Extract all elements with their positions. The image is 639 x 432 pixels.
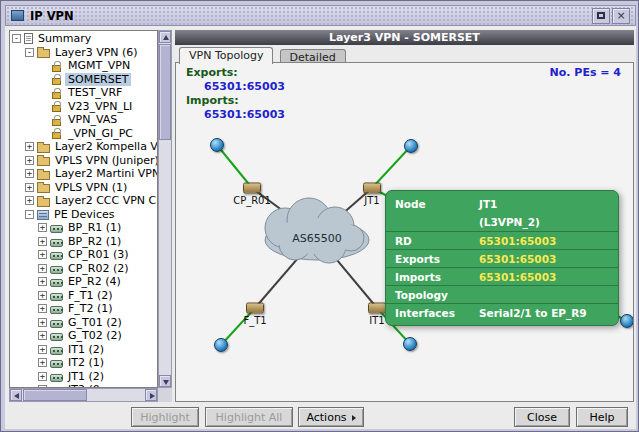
window-icon (11, 10, 24, 21)
expand-handle-icon[interactable]: + (38, 250, 47, 259)
tree-item-label: G_T02 (2) (65, 329, 125, 342)
expand-handle-icon[interactable]: + (38, 304, 47, 313)
vpn-tree: -Summary-Layer3 VPN (6)MGMT_VPNSOMERSETT… (9, 30, 158, 388)
expand-handle-icon[interactable]: + (25, 156, 34, 165)
expand-handle-icon[interactable]: + (25, 183, 34, 192)
tree-item-test-vrf[interactable]: TEST_VRF (10, 86, 157, 100)
ce-node[interactable] (620, 314, 634, 328)
expand-handle-icon[interactable]: + (25, 169, 34, 178)
scroll-right-button[interactable] (145, 389, 157, 401)
tree-item-vpls-vpn-juniper[interactable]: +VPLS VPN (Juniper) ( (10, 154, 157, 168)
tree-item-cp-r01-3[interactable]: +CP_R01 (3) (10, 248, 157, 262)
tree-item-vpls-vpn-1[interactable]: +VPLS VPN (1) (10, 181, 157, 195)
tree-item-g-t01-2[interactable]: +G_T01 (2) (10, 316, 157, 330)
router-icon (50, 360, 63, 368)
tree-item-layer2-ccc-vpn-cin[interactable]: +Layer2 CCC VPN Cin (10, 194, 157, 208)
pe-node-cp-r01[interactable] (243, 183, 261, 194)
tooltip-field-value: 65301:65003 (479, 253, 556, 265)
tree-item-vpn-gi-pc[interactable]: _VPN_GI_PC (10, 127, 157, 141)
expand-handle-icon[interactable]: + (38, 318, 47, 327)
ce-node[interactable] (404, 139, 418, 153)
tab-vpn-topology[interactable]: VPN Topology (179, 47, 273, 64)
tooltip-row-topology: Topology (386, 285, 618, 303)
tree-item-bp-r2-1[interactable]: +BP_R2 (1) (10, 235, 157, 249)
lock-icon (52, 105, 61, 112)
tree-item-ep-r2-4[interactable]: +EP_R2 (4) (10, 275, 157, 289)
folder-icon (37, 157, 50, 166)
vertical-scroll-thumb[interactable] (159, 44, 171, 140)
expand-handle-icon[interactable]: + (38, 277, 47, 286)
tree-item-label: SOMERSET (65, 73, 131, 86)
expand-handle-icon[interactable]: + (25, 142, 34, 151)
tooltip-field-label: RD (395, 235, 479, 247)
tree-item-label: VPLS VPN (1) (52, 181, 130, 194)
tree-item-bp-r1-1[interactable]: +BP_R1 (1) (10, 221, 157, 235)
tree-item-f-t1-2[interactable]: +F_T1 (2) (10, 289, 157, 303)
horizontal-scroll-thumb[interactable] (23, 389, 87, 401)
expand-handle-icon[interactable]: + (38, 237, 47, 246)
highlight-button[interactable]: Highlight (131, 407, 199, 427)
tree-item-layer2-kompella-vpn[interactable]: +Layer2 Kompella VPN (10, 140, 157, 154)
actions-button[interactable]: Actions (298, 407, 364, 427)
scroll-left-button[interactable] (10, 389, 22, 401)
expand-handle-icon[interactable]: + (38, 358, 47, 367)
tree-horizontal-scrollbar[interactable] (9, 388, 158, 402)
tree-item-label: VPLS VPN (Juniper) ( (52, 154, 158, 167)
tree-item-it2-1[interactable]: +IT2 (1) (10, 356, 157, 370)
highlight-all-button[interactable]: Highlight All (205, 407, 293, 427)
ce-node[interactable] (210, 138, 224, 152)
scroll-up-button[interactable] (159, 31, 171, 43)
tree-item-cp-r02-2[interactable]: +CP_R02 (2) (10, 262, 157, 276)
vpn-detail-panel: Layer3 VPN - SOMERSET VPN Topology Detai… (175, 30, 634, 402)
expand-handle-icon[interactable]: + (38, 345, 47, 354)
maximize-button[interactable] (592, 8, 610, 24)
tree-item-layer2-martini-vpn-c[interactable]: +Layer2 Martini VPN C (10, 167, 157, 181)
tree-item-f-t2-1[interactable]: +F_T2 (1) (10, 302, 157, 316)
ce-node[interactable] (214, 338, 228, 352)
folder-icon (37, 49, 50, 58)
tree-item-vpn-vas[interactable]: VPN_VAS (10, 113, 157, 127)
tree-item-jt1-2[interactable]: +JT1 (2) (10, 370, 157, 384)
collapse-handle-icon[interactable]: - (25, 210, 34, 219)
expand-handle-icon[interactable]: + (25, 196, 34, 205)
window-titlebar[interactable]: IP VPN × (5, 5, 636, 26)
tooltip-row-imports: Imports65301:65003 (386, 267, 618, 285)
pe-node-jt1[interactable] (363, 183, 381, 194)
tree-item-somerset[interactable]: SOMERSET (10, 73, 157, 87)
tree-item-it1-2[interactable]: +IT1 (2) (10, 343, 157, 357)
tab-bar: VPN Topology Detailed (175, 45, 634, 62)
devices-icon (37, 210, 49, 220)
scroll-down-button[interactable] (159, 375, 171, 387)
router-icon (50, 266, 63, 274)
tree-item-pe-devices[interactable]: -PE Devices (10, 208, 157, 222)
tooltip-field-value: (L3VPN_2) (479, 216, 540, 228)
close-window-button[interactable]: × (612, 8, 630, 24)
lock-icon (52, 132, 61, 139)
tree-item-v23-vpn-li[interactable]: V23_VPN_LI (10, 100, 157, 114)
tree-item-g-t02-2[interactable]: +G_T02 (2) (10, 329, 157, 343)
ip-vpn-window: IP VPN × -Summary-Layer3 VPN (6)MGMT_VPN… (0, 0, 639, 432)
expand-handle-icon[interactable]: + (38, 223, 47, 232)
tree-item-summary[interactable]: -Summary (10, 32, 157, 46)
window-title: IP VPN (30, 9, 590, 23)
tree-item-label: F_T1 (2) (65, 289, 116, 302)
expand-handle-icon[interactable]: + (38, 291, 47, 300)
tree-item-label: CP_R01 (3) (65, 248, 132, 261)
collapse-handle-icon[interactable]: - (25, 48, 34, 57)
tooltip-row: (L3VPN_2) (386, 213, 618, 231)
expand-handle-icon[interactable]: + (38, 372, 47, 381)
tree-vertical-scrollbar[interactable] (158, 30, 172, 388)
pe-node-f-t1[interactable] (246, 303, 264, 314)
close-button[interactable]: Close (514, 407, 570, 427)
tree-item-label: _VPN_GI_PC (65, 127, 136, 140)
tree-item-mgmt-vpn[interactable]: MGMT_VPN (10, 59, 157, 73)
expand-handle-icon[interactable]: + (38, 264, 47, 273)
expand-handle-icon[interactable]: + (38, 331, 47, 340)
pe-node-it1[interactable] (368, 303, 386, 314)
collapse-handle-icon[interactable]: - (12, 34, 21, 43)
router-icon (50, 225, 63, 233)
ce-node[interactable] (403, 337, 417, 351)
topology-canvas: Exports: 65301:65003 Imports: 65301:6500… (175, 62, 634, 402)
tree-item-layer3-vpn-6[interactable]: -Layer3 VPN (6) (10, 46, 157, 60)
help-button[interactable]: Help (576, 407, 628, 427)
